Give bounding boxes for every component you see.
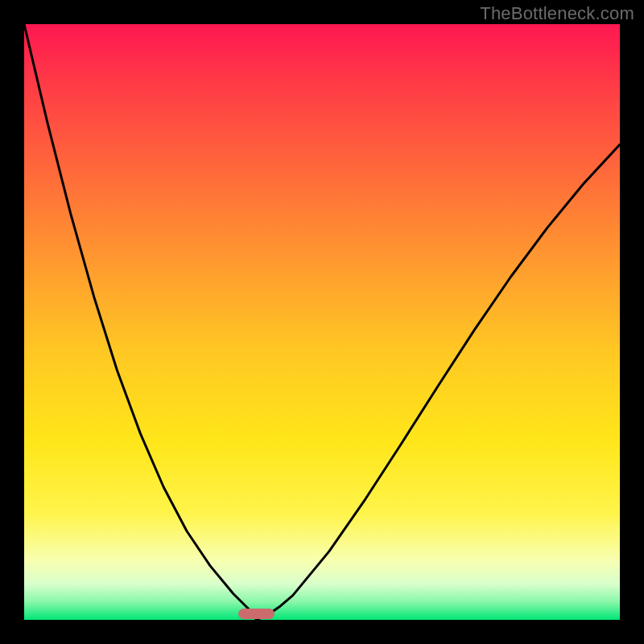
minimum-marker (238, 609, 274, 619)
gradient-background (24, 24, 620, 620)
chart-plot-area (24, 24, 620, 620)
watermark-text: TheBottleneck.com (480, 3, 634, 24)
svg-rect-0 (24, 24, 620, 620)
